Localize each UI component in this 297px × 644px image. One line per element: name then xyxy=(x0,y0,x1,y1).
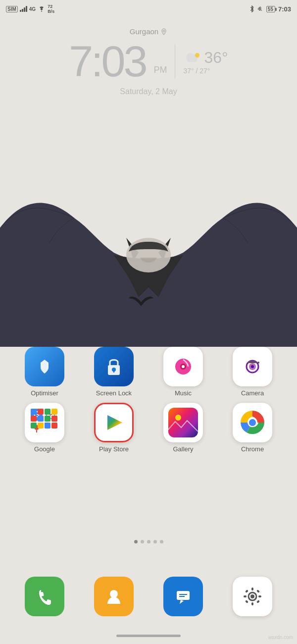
svg-rect-35 xyxy=(45,416,50,422)
playstore-label: Play Store xyxy=(99,445,129,453)
svg-rect-56 xyxy=(251,602,253,605)
svg-rect-40 xyxy=(51,423,57,429)
svg-rect-58 xyxy=(258,595,261,597)
wifi-icon xyxy=(38,6,46,12)
svg-rect-38 xyxy=(38,423,44,429)
batman-silhouette xyxy=(0,178,297,347)
page-indicators xyxy=(0,540,297,543)
app-screenlock[interactable]: Screen Lock xyxy=(87,347,141,397)
gallery-icon-svg xyxy=(166,406,200,439)
chrome-icon-svg xyxy=(240,410,265,435)
svg-rect-57 xyxy=(244,595,247,597)
location-row: Gurgaon xyxy=(0,27,297,36)
app-camera[interactable]: Camera xyxy=(225,347,280,397)
app-google[interactable]: G xyxy=(17,403,72,453)
clock-divider xyxy=(175,44,175,79)
network-type: 4G xyxy=(29,6,36,12)
location-pin-icon xyxy=(160,28,167,35)
messages-icon xyxy=(163,577,203,616)
signal-bars xyxy=(20,6,27,12)
svg-point-54 xyxy=(250,594,254,598)
svg-rect-49 xyxy=(177,591,190,600)
chrome-label: Chrome xyxy=(241,445,264,453)
music-icon xyxy=(163,347,203,386)
svg-point-47 xyxy=(249,419,256,426)
app-grid: Optimiser Screen Lock xyxy=(0,347,297,459)
svg-rect-55 xyxy=(251,588,253,590)
google-icon: G xyxy=(25,403,64,442)
music-label: Music xyxy=(175,389,192,397)
svg-rect-37 xyxy=(31,423,37,429)
svg-rect-33 xyxy=(31,416,37,422)
status-left: SIM 4G 72B/s xyxy=(6,4,54,14)
svg-rect-34 xyxy=(38,416,44,422)
app-music[interactable]: Music xyxy=(156,347,210,397)
page-dot-2[interactable] xyxy=(147,540,150,543)
svg-rect-32 xyxy=(51,409,57,415)
app-chrome[interactable]: Chrome xyxy=(225,403,280,453)
date-row: Saturday, 2 May xyxy=(0,87,297,96)
svg-rect-19 xyxy=(248,361,256,363)
screenlock-icon-svg xyxy=(103,354,125,379)
screenlock-icon xyxy=(94,347,134,386)
clock-time: 7:03 xyxy=(69,40,146,83)
svg-point-14 xyxy=(182,365,185,368)
playstore-icon xyxy=(94,403,134,442)
contacts-icon-svg xyxy=(103,586,124,607)
bar4 xyxy=(26,6,27,12)
settings-icon-svg xyxy=(241,585,264,608)
phone-icon-svg xyxy=(34,586,55,607)
google-label: Google xyxy=(34,445,55,453)
page-dot-4[interactable] xyxy=(160,540,163,543)
weather-range: 37° / 27° xyxy=(183,67,210,75)
svg-point-20 xyxy=(257,362,259,364)
dock-messages[interactable] xyxy=(156,577,210,619)
battery-label: 55 xyxy=(266,6,275,12)
clock-row: 7:03 PM 36° 37° / 27° xyxy=(0,40,297,83)
bar3 xyxy=(24,7,25,12)
svg-point-48 xyxy=(110,590,118,598)
page-dot-1[interactable] xyxy=(141,540,144,543)
phone-icon xyxy=(25,577,64,616)
svg-rect-29 xyxy=(31,409,37,415)
clock-area: Gurgaon 7:03 PM 36° 37° / 27° Saturday, … xyxy=(0,27,297,96)
svg-rect-39 xyxy=(45,423,50,429)
dock-settings[interactable] xyxy=(225,577,280,619)
weather-info: 36° 37° / 27° xyxy=(183,49,228,75)
app-playstore[interactable]: Play Store xyxy=(87,403,141,453)
camera-label: Camera xyxy=(241,389,264,397)
contacts-icon xyxy=(94,577,134,616)
svg-marker-41 xyxy=(107,415,122,430)
dock-phone[interactable] xyxy=(17,577,72,619)
app-row-2: G xyxy=(10,403,287,453)
optimiser-icon-svg xyxy=(34,356,55,377)
optimiser-icon xyxy=(25,347,64,386)
watermark: wsxdn.com xyxy=(268,635,293,640)
home-indicator[interactable] xyxy=(116,635,181,637)
page-dot-3[interactable] xyxy=(153,540,157,543)
settings-icon xyxy=(233,577,272,616)
dock-contacts[interactable] xyxy=(87,577,141,619)
bar1 xyxy=(20,10,21,12)
app-gallery[interactable]: Gallery xyxy=(156,403,210,453)
page-dot-0[interactable] xyxy=(134,540,138,543)
app-row-1: Optimiser Screen Lock xyxy=(10,347,287,397)
messages-icon-svg xyxy=(173,586,194,607)
gallery-label: Gallery xyxy=(173,445,193,453)
svg-point-18 xyxy=(251,365,254,368)
playstore-icon-svg xyxy=(101,410,126,435)
status-right: 55 7:03 xyxy=(249,5,291,13)
optimiser-label: Optimiser xyxy=(31,389,58,397)
svg-point-6 xyxy=(195,53,199,57)
weather-temp: 36° xyxy=(204,49,228,67)
screenlock-label: Screen Lock xyxy=(96,389,132,397)
app-optimiser[interactable]: Optimiser xyxy=(17,347,72,397)
speed-label: 72B/s xyxy=(48,4,54,14)
status-bar: SIM 4G 72B/s 55 7:03 xyxy=(0,0,297,18)
google-grid-svg: G xyxy=(28,406,61,439)
svg-point-2 xyxy=(163,30,165,32)
svg-point-44 xyxy=(175,415,181,421)
location-text: Gurgaon xyxy=(130,27,158,36)
music-icon-svg xyxy=(171,355,195,378)
carrier-label: SIM xyxy=(6,6,18,12)
